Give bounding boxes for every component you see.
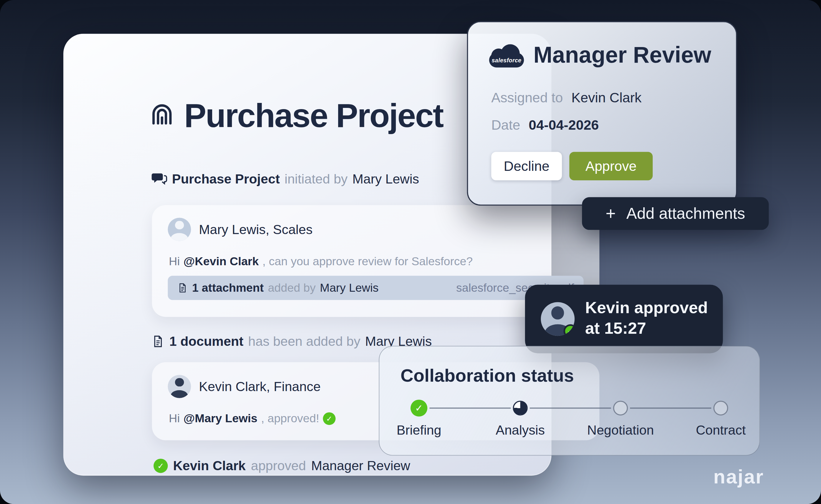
kevin-avatar bbox=[541, 302, 575, 336]
step-pending-circle-icon bbox=[713, 401, 728, 415]
approval-toast: Kevin approved at 15:27 bbox=[525, 285, 723, 353]
date-row: Date 04-04-2026 bbox=[491, 117, 599, 133]
plus-icon: + bbox=[606, 203, 616, 223]
najar-logo: najar bbox=[713, 466, 764, 488]
approval-target: Manager Review bbox=[311, 458, 410, 473]
page-title: Purchase Project bbox=[184, 96, 443, 134]
attachment-count: 1 attachment bbox=[192, 281, 264, 295]
assigned-to-label: Assigned to bbox=[491, 90, 563, 106]
initiated-by-label: initiated by bbox=[284, 171, 347, 187]
step-label-negotiation: Negotiation bbox=[587, 422, 654, 438]
document-icon bbox=[177, 283, 188, 293]
attachment-author: Mary Lewis bbox=[320, 281, 378, 295]
approved-label: approved bbox=[251, 458, 306, 473]
document-added-label: has been added by bbox=[248, 334, 360, 349]
message-text: Hi @Kevin Clark , can you approve review… bbox=[169, 255, 473, 268]
add-attachments-button[interactable]: + Add attachments bbox=[582, 197, 769, 230]
greeting-text: Hi bbox=[169, 412, 180, 425]
message-author-row: Kevin Clark, Finance bbox=[168, 375, 320, 398]
chat-icon bbox=[151, 172, 167, 186]
added-by-label: added by bbox=[268, 281, 315, 295]
approver-name: Kevin Clark bbox=[173, 458, 246, 473]
approved-check-icon bbox=[323, 412, 335, 425]
message-body: , can you approve review for Salesforce? bbox=[262, 255, 473, 268]
date-label: Date bbox=[491, 117, 520, 133]
mention-kevin-clark[interactable]: @Kevin Clark bbox=[184, 255, 259, 268]
step-pending-circle-icon bbox=[613, 401, 628, 415]
mention-mary-lewis[interactable]: @Mary Lewis bbox=[184, 412, 257, 425]
toast-message: Kevin approved at 15:27 bbox=[585, 297, 708, 338]
message-author: Kevin Clark, Finance bbox=[199, 379, 321, 394]
step-label-briefing: Briefing bbox=[397, 422, 442, 438]
message-author-row: Mary Lewis, Scales bbox=[168, 218, 312, 241]
app-canvas: Purchase Project Purchase Project initia… bbox=[0, 0, 821, 504]
assigned-to-row: Assigned to Kevin Clark bbox=[491, 90, 642, 106]
date-value: 04-04-2026 bbox=[529, 117, 599, 133]
assignee-name: Kevin Clark bbox=[572, 90, 642, 106]
manager-review-card: salesforce Manager Review Assigned to Ke… bbox=[467, 21, 737, 206]
toast-line-1: Kevin approved bbox=[585, 297, 708, 318]
review-card-title: Manager Review bbox=[534, 42, 711, 68]
attachment-row[interactable]: 1 attachment added by Mary Lewis salesfo… bbox=[168, 276, 584, 300]
decline-button[interactable]: Decline bbox=[491, 152, 562, 180]
document-icon bbox=[151, 335, 165, 348]
review-actions: Decline Approve bbox=[491, 152, 653, 180]
toast-line-2: at 15:27 bbox=[585, 318, 708, 338]
project-name: Purchase Project bbox=[172, 171, 280, 187]
review-header: salesforce Manager Review bbox=[489, 42, 711, 68]
mary-avatar bbox=[168, 218, 191, 241]
step-connector bbox=[630, 408, 711, 409]
approval-summary-row: Kevin Clark approved Manager Review bbox=[154, 458, 410, 473]
progress-stepper: Briefing Analysis Negotiation Contract bbox=[379, 395, 759, 442]
collaboration-status-card: Collaboration status Briefing Analysis N… bbox=[379, 346, 760, 455]
message-author: Mary Lewis, Scales bbox=[199, 222, 312, 237]
project-arcs-logo-icon bbox=[150, 102, 174, 126]
collaboration-title: Collaboration status bbox=[400, 366, 574, 386]
step-connector bbox=[530, 408, 611, 409]
approved-check-icon bbox=[154, 459, 168, 473]
kevin-avatar bbox=[168, 375, 191, 398]
step-label-analysis: Analysis bbox=[496, 422, 545, 438]
greeting-text: Hi bbox=[169, 255, 180, 268]
salesforce-logo-label: salesforce bbox=[489, 57, 524, 63]
salesforce-logo-icon: salesforce bbox=[489, 43, 524, 67]
message-text: Hi @Mary Lewis , approved! bbox=[169, 412, 335, 425]
approve-button[interactable]: Approve bbox=[570, 152, 653, 180]
step-in-progress-pie-icon bbox=[513, 401, 528, 415]
step-label-contract: Contract bbox=[696, 422, 746, 438]
document-count: 1 document bbox=[169, 334, 244, 349]
step-done-check-icon bbox=[410, 400, 427, 416]
message-body: , approved! bbox=[261, 412, 319, 425]
project-initiated-row: Purchase Project initiated by Mary Lewis bbox=[151, 171, 419, 187]
add-attachments-label: Add attachments bbox=[627, 205, 745, 223]
initiator-name: Mary Lewis bbox=[352, 171, 419, 187]
step-connector bbox=[430, 408, 511, 409]
